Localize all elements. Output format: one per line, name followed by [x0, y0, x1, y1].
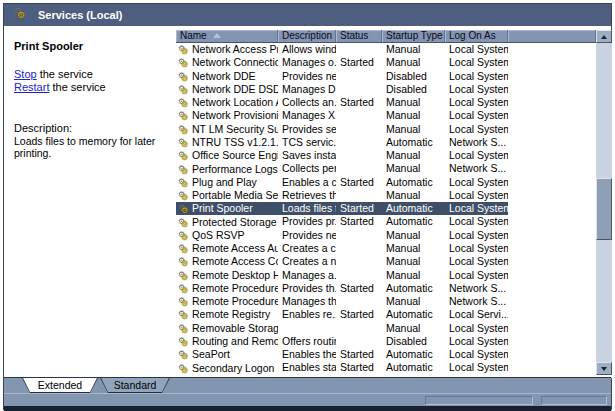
service-row[interactable]: SeaPort Enables the... Started Automatic… — [176, 348, 596, 361]
service-startup-type: Manual — [382, 43, 445, 56]
column-header-status[interactable]: Status — [336, 30, 382, 42]
service-row[interactable]: Portable Media Seri... Retrieves th... M… — [176, 189, 596, 202]
service-startup-type: Automatic — [382, 215, 445, 228]
status-panel-1 — [425, 396, 533, 405]
service-log-on-as: Network S... — [445, 295, 508, 308]
service-row[interactable]: Removable Storage Manual Local System — [176, 322, 596, 335]
column-header-description[interactable]: Description — [278, 30, 336, 42]
service-gears-icon — [178, 323, 190, 334]
service-row[interactable]: Network DDE Provides ne... Disabled Loca… — [176, 70, 596, 83]
service-gears-icon — [178, 256, 190, 267]
service-status: Started — [336, 308, 382, 321]
service-status — [336, 255, 382, 268]
service-row[interactable]: Network Connections Manages o... Started… — [176, 56, 596, 69]
service-row[interactable]: Remote Procedure ... Provides th... Star… — [176, 282, 596, 295]
service-row[interactable]: Remote Desktop He... Manages a... Manual… — [176, 269, 596, 282]
service-row[interactable]: Network DDE DSDM Manages D... Disabled L… — [176, 83, 596, 96]
service-row[interactable]: NTRU TSS v1.2.1.2... TCS servic... Autom… — [176, 136, 596, 149]
service-startup-type: Manual — [382, 269, 445, 282]
service-detail-pane: Print Spooler Stop the service Restart t… — [5, 26, 175, 377]
service-row-spacer — [508, 335, 596, 348]
service-log-on-as: Local System — [445, 348, 508, 361]
service-row[interactable]: Routing and Remot... Offers routin... Di… — [176, 335, 596, 348]
service-name: Routing and Remot... — [192, 335, 278, 348]
service-row[interactable]: Remote Access Con... Creates a n... Manu… — [176, 255, 596, 268]
service-description — [278, 322, 336, 335]
service-row[interactable]: Performance Logs a... Collects per... Ma… — [176, 162, 596, 175]
column-header-log-on-as[interactable]: Log On As — [445, 30, 508, 42]
service-row[interactable]: Network Provisionin... Manages X... Manu… — [176, 109, 596, 122]
vertical-scrollbar[interactable] — [596, 30, 612, 375]
service-row[interactable]: Remote Procedure ... Manages th... Manua… — [176, 295, 596, 308]
service-startup-type: Manual — [382, 189, 445, 202]
service-name: Remote Registry — [192, 308, 270, 321]
scroll-down-button[interactable] — [596, 362, 612, 375]
service-row-name-cell: Remote Procedure ... — [176, 282, 278, 295]
service-row-spacer — [508, 149, 596, 162]
service-row[interactable]: Secondary Logon Enables sta... Started A… — [176, 361, 596, 374]
service-row[interactable]: Print Spooler Loads files t... Started A… — [176, 202, 596, 215]
service-startup-type: Automatic — [382, 176, 445, 189]
service-startup-type: Manual — [382, 109, 445, 122]
service-action-links: Stop the service Restart the service — [14, 68, 106, 94]
column-header-startup-type[interactable]: Startup Type — [382, 30, 445, 42]
service-description: Retrieves th... — [278, 189, 336, 202]
service-row[interactable]: Network Access Pro... Allows wind... Man… — [176, 43, 596, 56]
service-status — [336, 229, 382, 242]
restart-service-suffix: the service — [49, 81, 105, 93]
service-row-name-cell: Network Location A... — [176, 96, 278, 109]
service-row-spacer — [508, 229, 596, 242]
service-name: Network DDE DSDM — [192, 83, 278, 96]
service-gears-icon — [178, 177, 190, 188]
service-row-name-cell: Network DDE DSDM — [176, 83, 278, 96]
service-log-on-as: Local Servi... — [445, 308, 508, 321]
stop-service-link[interactable]: Stop — [14, 68, 37, 80]
column-header-name[interactable]: Name — [176, 30, 278, 42]
description-label: Description: — [14, 122, 72, 134]
tab-extended[interactable]: Extended — [22, 378, 98, 393]
services-banner: Services (Local) — [4, 4, 611, 26]
service-row-name-cell: Network Access Pro... — [176, 43, 278, 56]
service-row[interactable]: Remote Registry Enables re... Started Au… — [176, 308, 596, 321]
service-startup-type: Manual — [382, 56, 445, 69]
service-startup-type: Manual — [382, 322, 445, 335]
service-name: Remote Procedure ... — [192, 282, 278, 295]
tab-standard[interactable]: Standard — [100, 378, 170, 393]
service-name: Remote Desktop He... — [192, 269, 278, 282]
service-row[interactable]: Protected Storage Provides pr... Started… — [176, 215, 596, 228]
restart-service-link[interactable]: Restart — [14, 81, 49, 93]
service-row[interactable]: NT LM Security Sup... Provides se... Man… — [176, 123, 596, 136]
service-row-spacer — [508, 215, 596, 228]
service-status: Started — [336, 282, 382, 295]
restart-service-line: Restart the service — [14, 81, 106, 94]
service-gears-icon — [178, 363, 190, 374]
service-status — [336, 269, 382, 282]
service-name: Secondary Logon — [192, 362, 274, 375]
service-gears-icon — [178, 124, 190, 135]
service-row[interactable]: Plug and Play Enables a c... Started Aut… — [176, 176, 596, 189]
service-status: Started — [336, 96, 382, 109]
service-status — [336, 83, 382, 96]
service-log-on-as: Local System — [445, 322, 508, 335]
status-bar — [4, 393, 611, 406]
service-name: Remote Access Aut... — [192, 242, 278, 255]
service-row[interactable]: Office Source Engine Saves instal... Man… — [176, 149, 596, 162]
scroll-up-button[interactable] — [596, 30, 612, 43]
scrollbar-thumb[interactable] — [596, 178, 612, 240]
service-row[interactable]: Network Location A... Collects an... Sta… — [176, 96, 596, 109]
service-gears-icon — [178, 296, 190, 307]
service-row[interactable]: Remote Access Aut... Creates a c... Manu… — [176, 242, 596, 255]
service-name: Removable Storage — [192, 322, 278, 335]
service-description: Saves instal... — [278, 149, 336, 162]
service-status: Started — [336, 176, 382, 189]
service-gears-icon — [178, 283, 190, 294]
service-list-pane: Name Description Status Startup Type Log… — [176, 30, 612, 378]
service-startup-type: Disabled — [382, 83, 445, 96]
service-row-spacer — [508, 295, 596, 308]
service-row-spacer — [508, 269, 596, 282]
service-startup-type: Automatic — [382, 136, 445, 149]
service-name: Network Connections — [192, 56, 278, 69]
service-row[interactable]: QoS RSVP Provides ne... Manual Local Sys… — [176, 229, 596, 242]
tab-standard-label: Standard — [100, 378, 170, 392]
service-row-spacer — [508, 43, 596, 56]
